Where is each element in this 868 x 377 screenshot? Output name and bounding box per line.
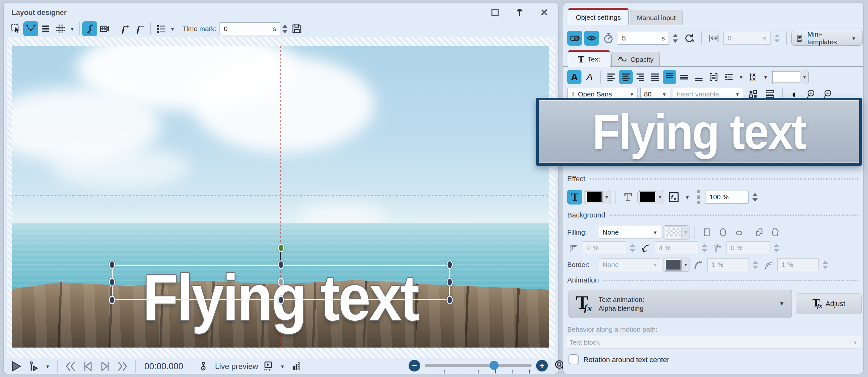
zoom-out-button[interactable]: −: [409, 360, 420, 372]
text-fill-color-button[interactable]: T: [567, 190, 582, 205]
corner-button[interactable]: [639, 241, 653, 255]
offset-input[interactable]: 0 s: [723, 32, 771, 45]
resize-handle-bottom-left[interactable]: [109, 296, 115, 305]
tab-manual-input[interactable]: Manual input: [630, 10, 682, 25]
soft-edge-button[interactable]: [711, 241, 724, 255]
auto-duration-button[interactable]: [682, 31, 697, 45]
preview-window-button[interactable]: [260, 359, 276, 374]
soft-edge-input[interactable]: 0 %: [726, 242, 770, 254]
preview-canvas[interactable]: Flying text: [12, 46, 549, 348]
remove-keyframe-button[interactable]: ƒ−: [133, 21, 148, 36]
inner-margin-button[interactable]: [567, 241, 581, 255]
preview-window-arrow[interactable]: ▼: [278, 364, 286, 369]
offset-button[interactable]: [707, 31, 721, 45]
text-outline-color-button[interactable]: T: [621, 190, 636, 205]
border-width-input[interactable]: 1 %: [707, 258, 749, 271]
save-object-button[interactable]: [865, 31, 868, 45]
bullet-list-button[interactable]: [722, 70, 736, 84]
visibility-button[interactable]: [584, 31, 599, 45]
add-keyframe-button[interactable]: ƒ+: [118, 21, 133, 36]
camera-pan-button[interactable]: [97, 21, 112, 36]
live-preview-pin-button[interactable]: [197, 359, 212, 374]
zoom-slider-track[interactable]: [425, 364, 532, 367]
tab-opacity[interactable]: Opacity: [611, 52, 660, 67]
motion-path-button[interactable]: [82, 21, 97, 36]
fill-color-picker[interactable]: ▼: [584, 190, 611, 204]
resize-handle-top-center[interactable]: [278, 260, 284, 269]
corner-input[interactable]: 4 %: [655, 242, 698, 254]
resize-handle-top-left[interactable]: [109, 260, 115, 269]
valign-bottom-button[interactable]: [692, 70, 706, 84]
bullet-list-arrow[interactable]: ▼: [737, 74, 745, 80]
italic-button[interactable]: A: [583, 70, 597, 84]
align-right-button[interactable]: [633, 70, 647, 84]
skip-start-button[interactable]: [63, 359, 78, 374]
effects-fx-button[interactable]: fx: [666, 190, 681, 205]
skip-end-button[interactable]: [115, 359, 130, 374]
resize-handle-top-right[interactable]: [447, 260, 453, 269]
justify-button[interactable]: [648, 70, 662, 84]
inner-margin-input[interactable]: 2 %: [583, 242, 626, 254]
soft-edge-spinner[interactable]: [772, 244, 781, 252]
play-options-arrow[interactable]: ▼: [43, 364, 52, 369]
align-center-button[interactable]: [619, 70, 632, 84]
shape-custom1-button[interactable]: [752, 225, 766, 240]
grid-dropdown-arrow[interactable]: ▼: [68, 26, 76, 32]
resize-handle-middle-right[interactable]: [447, 278, 453, 287]
adjust-button[interactable]: Tfx Adjust: [796, 293, 862, 314]
maximize-button[interactable]: [490, 7, 500, 18]
corner-spinner[interactable]: [700, 244, 709, 252]
bold-button[interactable]: A: [567, 70, 582, 84]
rotation-handle[interactable]: [278, 244, 284, 252]
previous-frame-button[interactable]: [80, 359, 95, 374]
text-animation-dropdown[interactable]: Tfx Text animation: Alpha blending ▼: [568, 290, 792, 318]
border-color-picker[interactable]: ▼: [663, 258, 690, 272]
text-wrap-button[interactable]: [707, 70, 721, 84]
grid-button[interactable]: [53, 21, 68, 36]
valign-top-button[interactable]: [663, 70, 676, 84]
save-layout-button[interactable]: [289, 21, 304, 36]
resize-handle-bottom-center[interactable]: [278, 296, 284, 305]
zoom-in-button[interactable]: +: [536, 360, 548, 372]
editor-text[interactable]: Flying text: [592, 103, 806, 160]
resize-handle-middle-left[interactable]: [109, 278, 115, 287]
tab-object-settings[interactable]: Object settings: [568, 8, 629, 25]
inner-margin-spinner[interactable]: [628, 244, 637, 252]
align-left-button[interactable]: [604, 70, 618, 84]
keyframe-list-button[interactable]: [153, 21, 168, 36]
line-spacing-arrow[interactable]: ▼: [762, 74, 770, 80]
filling-color-picker[interactable]: ▼: [663, 225, 690, 240]
effect-opacity-input[interactable]: 100 %: [705, 191, 748, 203]
mini-templates-button[interactable]: Mini-templates ▼: [791, 31, 863, 45]
shape-rectangle-button[interactable]: [700, 225, 714, 240]
play-button[interactable]: [8, 359, 23, 374]
rotation-checkbox-label[interactable]: Rotation around text center: [583, 356, 669, 364]
keyframe-list-dropdown-arrow[interactable]: ▼: [168, 26, 177, 32]
outline-color-picker[interactable]: ▼: [638, 190, 664, 204]
next-frame-button[interactable]: [98, 359, 113, 374]
border-dropdown[interactable]: None ▼: [599, 258, 661, 271]
keep-aspect-button[interactable]: [567, 31, 582, 45]
font-color-picker[interactable]: ▼: [771, 70, 809, 84]
layers-button[interactable]: [38, 21, 53, 36]
close-button[interactable]: ✕: [539, 7, 550, 18]
border-radius-button[interactable]: [762, 257, 775, 272]
pin-button[interactable]: [514, 7, 525, 18]
curve-tool-button[interactable]: [23, 21, 38, 36]
audio-levels-button[interactable]: [289, 359, 304, 374]
shape-ellipse-button[interactable]: [716, 225, 730, 240]
border-radius-input[interactable]: 1 %: [777, 258, 819, 271]
shape-custom2-button[interactable]: [768, 225, 782, 240]
play-from-marker-button[interactable]: [26, 359, 41, 374]
rotation-checkbox[interactable]: [568, 354, 579, 365]
effect-opacity-spinner[interactable]: [750, 193, 760, 201]
live-preview-label[interactable]: Live preview: [215, 362, 258, 371]
text-editor-overlay[interactable]: Flying text: [536, 98, 862, 166]
zoom-slider-thumb[interactable]: [490, 361, 499, 370]
border-width-button[interactable]: [692, 257, 706, 272]
valign-middle-button[interactable]: [677, 70, 691, 84]
resize-handle-bottom-right[interactable]: [447, 296, 453, 305]
fx-dropdown-arrow[interactable]: ▼: [683, 194, 691, 200]
offset-spinner[interactable]: [773, 34, 781, 43]
select-tool-button[interactable]: [8, 21, 23, 36]
